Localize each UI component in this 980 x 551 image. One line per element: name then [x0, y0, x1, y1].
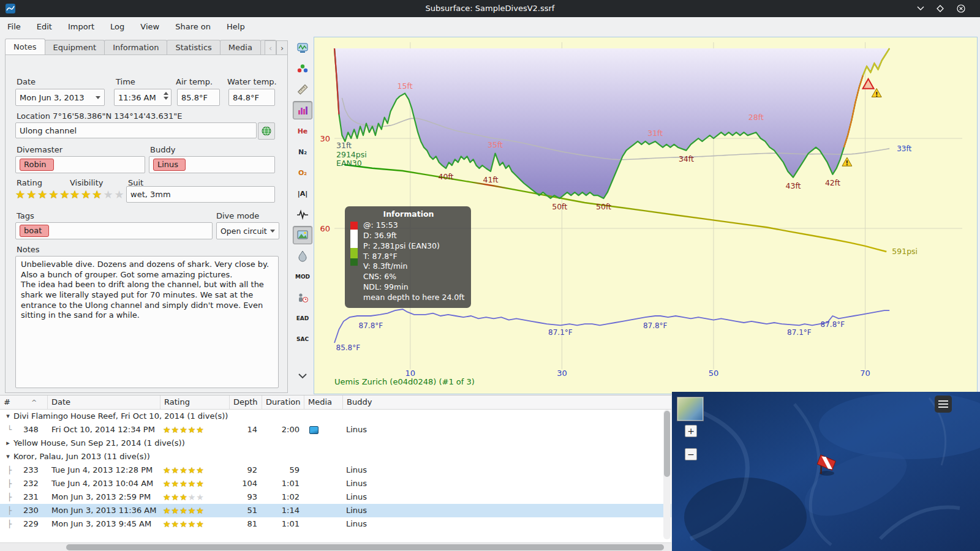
dive-mode-value: Open circuit [221, 227, 267, 236]
mod-button[interactable]: MOD [293, 268, 312, 286]
star-5[interactable]: ★ [60, 189, 71, 200]
legend-swatch [350, 248, 358, 258]
star-icon: ★ [163, 465, 172, 475]
tooltip-title: Information [351, 209, 466, 220]
suit-field[interactable]: wet, 3mm [126, 186, 275, 203]
collapse-icon[interactable]: ▾ [4, 450, 12, 463]
dive-row[interactable]: ├231Mon Jun 3, 2013 2:59 PM★★★★★931:02Li… [0, 490, 671, 504]
title-bar[interactable]: Subsurface: SampleDivesV2.ssrf [0, 0, 980, 17]
dive-number: 230 [22, 504, 39, 518]
dive-list-vertical-scrollbar[interactable] [663, 410, 671, 539]
zoom-out-button[interactable]: − [685, 448, 697, 460]
tab-equipment[interactable]: Equipment [45, 40, 105, 55]
star-3[interactable]: ★ [92, 189, 103, 200]
sac-button[interactable]: SAC [293, 330, 312, 348]
star-3[interactable]: ★ [37, 189, 48, 200]
menu-share-on[interactable]: Share on [175, 22, 211, 31]
star-1[interactable]: ★ [15, 189, 26, 200]
map-inset-thumbnail[interactable] [677, 397, 704, 421]
buddy-chip[interactable]: Linus [153, 159, 186, 171]
tree-line-icon: ├ [7, 504, 22, 518]
star-4[interactable]: ★ [48, 189, 59, 200]
collapse-icon[interactable]: ▾ [4, 410, 12, 423]
column-depth[interactable]: Depth [230, 395, 262, 409]
scrollbar-thumb[interactable] [66, 544, 664, 550]
star-2[interactable]: ★ [81, 189, 92, 200]
map-panel[interactable]: + − [672, 392, 980, 551]
ceiling-button[interactable]: |A| [293, 184, 312, 203]
star-5[interactable]: ★ [115, 189, 126, 200]
map-location-button[interactable] [258, 122, 275, 140]
star-2[interactable]: ★ [26, 189, 37, 200]
divemaster-field[interactable]: Robin [15, 156, 145, 173]
dive-row[interactable]: ├229Mon Jun 3, 2013 9:45 AM★★★★★811:01Li… [0, 517, 671, 531]
o2-graph-button[interactable]: O₂ [293, 163, 312, 182]
gas-change-button[interactable] [293, 247, 312, 265]
menu-edit[interactable]: Edit [37, 22, 52, 31]
ruler-button[interactable] [293, 80, 312, 99]
spin-up-icon[interactable] [164, 92, 168, 95]
column-number[interactable]: #^ [0, 395, 48, 409]
tag-chip[interactable]: boat [20, 225, 49, 237]
menu-log[interactable]: Log [110, 22, 124, 31]
star-4[interactable]: ★ [103, 189, 114, 200]
ead-button[interactable]: EAD [293, 309, 312, 328]
buddy-field[interactable]: Linus [149, 156, 275, 173]
dive-number: 229 [22, 517, 39, 531]
maximize-button[interactable] [933, 2, 947, 15]
rating-stars[interactable]: ★★★★★ [15, 189, 71, 200]
heart-rate-button[interactable] [293, 205, 312, 223]
trip-row[interactable]: ▾Divi Flamingo House Reef, Fri Oct 10, 2… [0, 410, 671, 423]
dive-list-horizontal-scrollbar[interactable] [0, 542, 671, 551]
scrollbar-thumb[interactable] [664, 411, 670, 477]
trip-row[interactable]: ▸Yellow House, Sun Sep 21, 2014 (1 dive(… [0, 437, 671, 450]
dive-row[interactable]: ├233Tue Jun 4, 2013 12:28 PM★★★★★9259Lin… [0, 463, 671, 477]
divemaster-chip[interactable]: Robin [20, 159, 54, 171]
photos-button[interactable] [293, 226, 312, 244]
tags-field[interactable]: boat [15, 222, 213, 239]
map-menu-button[interactable] [935, 395, 952, 413]
menu-file[interactable]: File [7, 22, 21, 31]
trip-row[interactable]: ▾Koror, Palau, Jun 2013 (11 dive(s)) [0, 450, 671, 463]
dive-computer-button[interactable] [293, 39, 312, 57]
media-icon[interactable] [309, 426, 318, 434]
tab-statistics[interactable]: Statistics [167, 40, 220, 55]
map-canvas[interactable] [672, 392, 980, 551]
tissues-button[interactable] [293, 101, 312, 119]
location-field[interactable]: Ulong channel [15, 122, 257, 138]
dive-mode-select[interactable]: Open circuit [216, 222, 279, 239]
column-rating[interactable]: Rating [160, 395, 230, 409]
dive-row[interactable]: ├232Tue Jun 4, 2013 10:04 AM★★★★★1041:01… [0, 477, 671, 490]
tab-notes[interactable]: Notes [5, 39, 45, 55]
dive-row[interactable]: ├230Mon Jun 3, 2013 11:36 AM★★★★★511:14L… [0, 504, 671, 517]
water-temp-field[interactable]: 84.8°F [228, 89, 275, 106]
tab-media[interactable]: Media [220, 40, 261, 55]
column-date[interactable]: Date [48, 395, 160, 409]
minimize-button[interactable] [914, 2, 927, 15]
air-temp-field[interactable]: 85.8°F [177, 89, 220, 106]
menu-help[interactable]: Help [227, 22, 245, 31]
date-select[interactable]: Mon Jun 3, 2013 [15, 89, 105, 106]
zoom-in-button[interactable]: + [685, 425, 697, 437]
menu-view[interactable]: View [140, 22, 159, 31]
notes-textarea[interactable]: Unbelievable dive. Dozens and dozens of … [15, 256, 279, 388]
he-graph-button[interactable]: He [293, 122, 312, 140]
expand-icon[interactable]: ▸ [4, 437, 12, 450]
spin-down-icon[interactable] [164, 97, 168, 100]
tab-scroll-right-button[interactable]: › [276, 40, 288, 55]
n2-graph-button[interactable]: N₂ [293, 143, 312, 161]
time-stepper[interactable]: 11:36 AM [114, 89, 172, 106]
dive-row[interactable]: └348Fri Oct 10, 2014 12:34 PM★★★★★142:00… [0, 423, 671, 437]
column-media[interactable]: Media [304, 395, 343, 409]
ndl-tts-button[interactable] [293, 288, 312, 307]
close-button[interactable] [954, 2, 968, 15]
tab-scroll-left-button[interactable]: ‹ [265, 40, 276, 55]
water-type-button[interactable] [293, 59, 312, 78]
tab-information[interactable]: Information [104, 40, 167, 55]
column-duration[interactable]: Duration [262, 395, 304, 409]
menu-import[interactable]: Import [68, 22, 94, 31]
visibility-stars[interactable]: ★★★★★ [70, 189, 126, 200]
star-1[interactable]: ★ [70, 189, 81, 200]
toolbar-collapse-button[interactable] [293, 367, 312, 385]
column-buddy[interactable]: Buddy [343, 395, 671, 409]
